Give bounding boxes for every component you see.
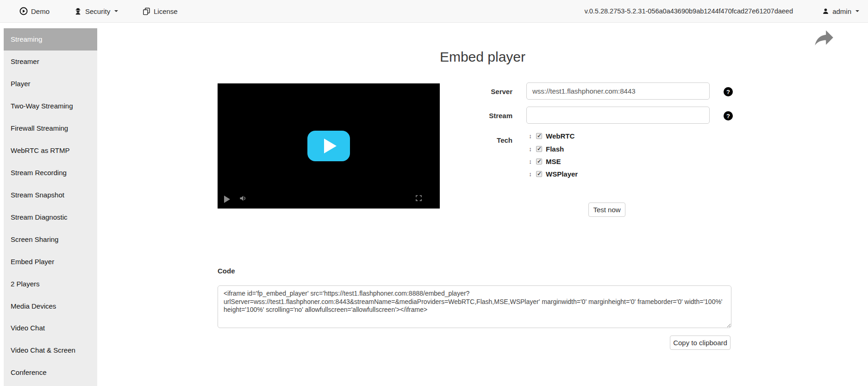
sidebar-item-stream-recording[interactable]: Stream Recording: [4, 162, 97, 184]
stream-help-icon[interactable]: ?: [724, 111, 733, 120]
nav-admin-dropdown[interactable]: admin: [822, 0, 859, 22]
player-play-icon[interactable]: [224, 196, 230, 203]
sidebar-item-player[interactable]: Player: [4, 73, 97, 95]
sidebar-item-label: Stream Snapshot: [11, 191, 64, 199]
sidebar-item-label: Streaming: [11, 35, 42, 43]
nav-demo-label: Demo: [31, 7, 50, 15]
sidebar-item-stream-diagnostic[interactable]: Stream Diagnostic: [4, 206, 97, 228]
sidebar-menu: Streaming Streamer Player Two-Way Stream…: [4, 28, 97, 386]
test-now-button[interactable]: Test now: [588, 202, 625, 217]
sidebar-item-streaming[interactable]: Streaming: [4, 28, 97, 51]
chevron-down-icon: [856, 10, 859, 14]
nav-security-label: Security: [85, 7, 110, 15]
tech-option-label: MSE: [546, 158, 561, 165]
stream-label: Stream: [442, 112, 512, 120]
tech-row-mse: ↕ MSE: [528, 155, 578, 168]
tech-option-label: Flash: [546, 145, 564, 153]
drag-handle-icon[interactable]: ↕: [528, 171, 532, 177]
sidebar-item-video-chat[interactable]: Video Chat: [4, 317, 97, 339]
page-title: Embed player: [97, 49, 868, 65]
tech-options-list: ↕ WebRTC ↕ Flash ↕ MSE ↕ WSPlayer: [528, 130, 578, 181]
nav-license[interactable]: License: [143, 0, 178, 22]
sidebar-item-label: Stream Recording: [11, 169, 67, 177]
nav-admin-label: admin: [832, 7, 851, 15]
tech-option-label: WebRTC: [546, 132, 575, 140]
stream-input[interactable]: [526, 107, 710, 124]
mse-checkbox[interactable]: [536, 158, 542, 165]
sidebar-item-2-players[interactable]: 2 Players: [4, 272, 97, 295]
sidebar-item-label: Embed Player: [11, 258, 54, 266]
user-secret-icon: [74, 7, 82, 15]
copy-to-clipboard-button[interactable]: Copy to clipboard: [670, 335, 731, 350]
server-label: Server: [442, 88, 512, 95]
sidebar-item-label: Streamer: [11, 57, 39, 65]
sidebar-item-label: Media Devices: [11, 302, 56, 310]
sidebar-item-label: Firewall Streaming: [11, 124, 68, 132]
user-icon: [822, 7, 829, 15]
tech-option-label: WSPlayer: [546, 170, 578, 178]
sidebar-item-webrtc-as-rtmp[interactable]: WebRTC as RTMP: [4, 139, 97, 162]
tech-row-flash: ↕ Flash: [528, 142, 578, 155]
sidebar-item-firewall-streaming[interactable]: Firewall Streaming: [4, 117, 97, 139]
sidebar-item-screen-sharing[interactable]: Screen Sharing: [4, 228, 97, 250]
sidebar-item-media-devices[interactable]: Media Devices: [4, 295, 97, 317]
sidebar-item-label: Video Chat: [11, 324, 45, 332]
share-icon[interactable]: [812, 26, 836, 49]
sidebar-item-label: Stream Diagnostic: [11, 213, 68, 221]
nav-demo[interactable]: Demo: [19, 0, 50, 22]
fullscreen-icon[interactable]: [415, 194, 423, 204]
play-circle-icon: [19, 7, 28, 15]
license-pages-icon: [143, 7, 150, 15]
embed-code-textarea[interactable]: <iframe id='fp_embed_player' src='https:…: [218, 285, 731, 328]
version-text: v.0.5.28.2753-5.2.31-056a0a43690b9ab1244…: [585, 0, 793, 22]
code-label: Code: [218, 267, 235, 275]
drag-handle-icon[interactable]: ↕: [528, 133, 532, 139]
tech-label: Tech: [442, 136, 512, 144]
sidebar-item-embed-player[interactable]: Embed Player: [4, 250, 97, 272]
sidebar-item-two-way-streaming[interactable]: Two-Way Streaming: [4, 95, 97, 117]
tech-row-webrtc: ↕ WebRTC: [528, 130, 578, 142]
top-navbar: Demo Security License v.0.5.28: [0, 0, 868, 23]
nav-security-dropdown[interactable]: Security: [74, 0, 118, 22]
chevron-down-icon: [114, 10, 118, 14]
sidebar-item-stream-snapshot[interactable]: Stream Snapshot: [4, 184, 97, 206]
webrtc-checkbox[interactable]: [536, 133, 542, 139]
sidebar-item-label: 2 Players: [11, 280, 40, 288]
big-play-button[interactable]: [307, 131, 350, 161]
tech-row-wsplayer: ↕ WSPlayer: [528, 168, 578, 180]
sidebar-item-label: Player: [11, 80, 31, 88]
video-preview: [218, 83, 440, 209]
wsplayer-checkbox[interactable]: [536, 171, 542, 177]
sidebar-item-label: Video Chat & Screen: [11, 346, 75, 354]
server-help-icon[interactable]: ?: [724, 87, 733, 96]
drag-handle-icon[interactable]: ↕: [528, 158, 532, 165]
nav-license-label: License: [154, 7, 178, 15]
drag-handle-icon[interactable]: ↕: [528, 146, 532, 152]
flash-checkbox[interactable]: [536, 146, 542, 152]
sidebar-item-label: Screen Sharing: [11, 235, 58, 243]
sidebar-item-conference[interactable]: Conference: [4, 361, 97, 384]
sidebar-item-label: Conference: [11, 368, 47, 376]
embed-player-page: Demo Security License v.0.5.28: [0, 0, 868, 386]
sidebar-item-streamer[interactable]: Streamer: [4, 51, 97, 73]
sidebar-item-label: WebRTC as RTMP: [11, 146, 70, 154]
sidebar-item-label: Two-Way Streaming: [11, 102, 73, 110]
volume-icon[interactable]: [239, 194, 248, 205]
sidebar-item-video-chat-screen[interactable]: Video Chat & Screen: [4, 339, 97, 361]
server-input[interactable]: [526, 82, 710, 100]
